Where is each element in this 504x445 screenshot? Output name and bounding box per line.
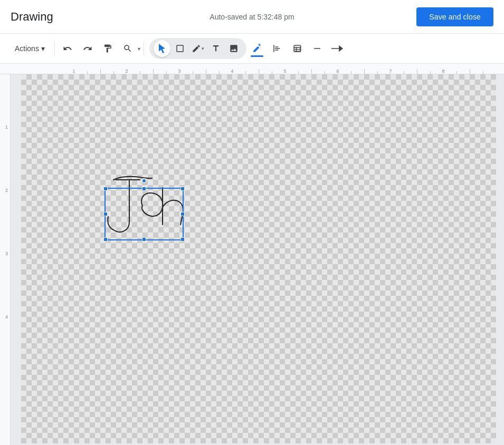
freehand-tool-icon <box>192 44 201 53</box>
toolbar-divider-2 <box>144 41 144 56</box>
shape-tool-icon <box>175 44 185 53</box>
ruler-mark-left-1: 1 <box>5 124 8 130</box>
zoom-dropdown-icon: ▾ <box>138 46 140 52</box>
ruler-tick <box>245 71 246 74</box>
ruler-tick <box>470 69 470 74</box>
ruler-tick <box>153 69 154 74</box>
paint-format-icon <box>103 44 112 53</box>
autosave-status: Auto-saved at 5:32:48 pm <box>210 13 294 21</box>
ruler-tick <box>457 71 457 74</box>
signature-drawing <box>21 74 496 443</box>
tool-group: ▾ <box>149 38 246 59</box>
ruler-left: 1234 <box>0 64 11 445</box>
ruler-tick <box>140 71 140 74</box>
pen-tool-button[interactable] <box>248 39 267 58</box>
app-title: Drawing <box>11 10 53 24</box>
redo-icon <box>83 44 92 53</box>
ruler-tick <box>417 69 417 74</box>
ruler-tick <box>325 71 325 74</box>
undo-icon <box>63 44 72 53</box>
toolbar-divider-1 <box>54 41 55 56</box>
ruler-mark-7: 7 <box>389 69 392 74</box>
josh-signature <box>108 177 183 232</box>
image-tool-icon <box>229 44 239 53</box>
select-tool-icon <box>157 44 167 53</box>
redo-button[interactable] <box>78 39 97 58</box>
toolbar: Actions ▾ ▾ ▾ <box>0 34 504 64</box>
zoom-icon <box>123 44 132 53</box>
save-close-button[interactable]: Save and close <box>416 7 493 26</box>
ruler-tick <box>206 69 206 74</box>
ruler-tick <box>87 71 88 74</box>
shape-tool-button[interactable] <box>172 40 188 57</box>
actions-dropdown-icon: ▾ <box>41 44 45 53</box>
short-line-button[interactable] <box>308 39 327 58</box>
align-icon <box>272 44 282 53</box>
ruler-tick <box>219 71 220 74</box>
ruler-mark-left-4: 4 <box>5 314 8 320</box>
ruler-mark-8: 8 <box>442 69 444 74</box>
paint-format-button[interactable] <box>98 39 117 58</box>
table-icon <box>292 44 302 53</box>
ruler-tick <box>166 71 167 74</box>
ruler-mark-1: 1 <box>72 69 75 74</box>
zoom-control: ▾ <box>118 39 140 58</box>
freehand-dropdown-icon: ▾ <box>202 46 204 51</box>
actions-menu-button[interactable]: Actions ▾ <box>8 41 51 56</box>
undo-button[interactable] <box>58 39 77 58</box>
ruler-mark-2: 2 <box>125 69 128 74</box>
ruler-tick <box>311 69 312 74</box>
drawing-surface[interactable] <box>21 74 496 443</box>
ruler-tick <box>364 69 365 74</box>
header: Drawing Auto-saved at 5:32:48 pm Save an… <box>0 0 504 34</box>
pen-color-indicator <box>251 55 263 57</box>
ruler-mark-5: 5 <box>283 69 286 74</box>
actions-label: Actions <box>15 44 39 53</box>
ruler-tick <box>483 71 483 74</box>
ruler-tick <box>298 71 299 74</box>
arrow-line-icon <box>331 44 343 53</box>
ruler-mark-4: 4 <box>231 69 233 74</box>
ruler-tick <box>351 71 351 74</box>
image-tool-button[interactable] <box>225 40 242 57</box>
drawing-content <box>21 74 496 443</box>
select-tool-button[interactable] <box>154 40 170 57</box>
ruler-tick <box>272 71 272 74</box>
ruler-tick <box>193 71 193 74</box>
pen-tool-icon <box>252 44 262 53</box>
short-line-icon <box>312 44 322 53</box>
ruler-mark-3: 3 <box>178 69 180 74</box>
text-tool-button[interactable] <box>207 40 224 57</box>
ruler-top: 12345678 <box>0 64 504 74</box>
ruler-tick <box>430 71 431 74</box>
ruler-mark-left-2: 2 <box>5 188 8 193</box>
ruler-mark-left-3: 3 <box>5 251 8 256</box>
align-button[interactable] <box>268 39 287 58</box>
table-button[interactable] <box>288 39 307 58</box>
ruler-tick <box>377 71 378 74</box>
ruler-tick <box>259 69 259 74</box>
canvas-area[interactable]: 12345678 1234 <box>0 64 504 445</box>
text-tool-icon <box>211 44 221 53</box>
arrow-line-button[interactable] <box>328 39 347 58</box>
ruler-tick <box>404 71 404 74</box>
zoom-button[interactable] <box>118 39 137 58</box>
ruler-tick <box>113 71 114 74</box>
ruler-mark-6: 6 <box>336 69 339 74</box>
ruler-tick <box>100 69 101 74</box>
freehand-tool-button[interactable]: ▾ <box>189 40 206 57</box>
